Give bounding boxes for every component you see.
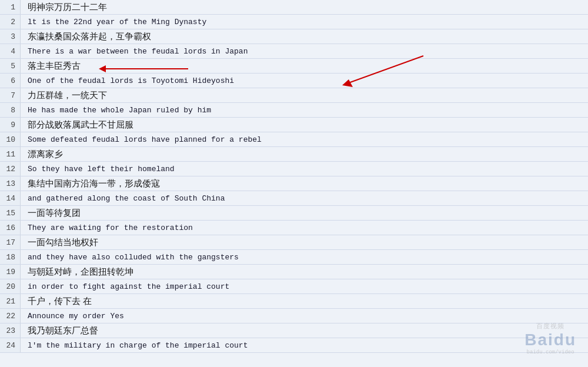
table-row: 11漂离家乡 [0, 147, 588, 162]
line-number: 11 [0, 147, 21, 161]
line-text: lt is the 22nd year of the Ming Dynasty [21, 16, 588, 28]
table-row: 17一面勾结当地权奸 [0, 235, 588, 250]
line-text: One of the feudal lords is Toyotomi Hide… [21, 75, 588, 86]
line-text: 与朝廷对峙，企图扭转乾坤 [21, 265, 588, 279]
line-number: 20 [0, 279, 21, 293]
table-row: 14and gathered along the coast of South … [0, 191, 588, 206]
line-text: There is a war between the feudal lords … [21, 46, 588, 57]
line-number: 2 [0, 15, 21, 29]
line-text: So they have left their homeland [21, 164, 588, 175]
table-row: 8He has made the whole Japan ruled by hi… [0, 103, 588, 118]
line-number: 9 [0, 118, 21, 132]
line-text: 部分战败落属武士不甘屈服 [21, 118, 588, 132]
line-number: 3 [0, 29, 21, 44]
line-text: 东瀛扶桑国众落并起，互争霸权 [21, 30, 588, 44]
line-text: 明神宗万历二十二年 [21, 1, 588, 14]
subtitle-lines: 1明神宗万历二十二年2lt is the 22nd year of the Mi… [0, 0, 588, 353]
line-number: 5 [0, 59, 21, 73]
table-row: 19与朝廷对峙，企图扭转乾坤 [0, 265, 588, 279]
line-text: 我乃朝廷东厂总督 [21, 324, 588, 338]
line-text: 落主丰臣秀古 [21, 59, 588, 73]
main-container: 1明神宗万历二十二年2lt is the 22nd year of the Mi… [0, 0, 588, 367]
table-row: 23我乃朝廷东厂总督 [0, 323, 588, 338]
line-number: 24 [0, 338, 21, 352]
table-row: 24l'm the military in charge of the impe… [0, 338, 588, 353]
table-row: 18and they have also colluded with the g… [0, 250, 588, 265]
line-text: and gathered along the coast of South Ch… [21, 193, 588, 204]
table-row: 12So they have left their homeland [0, 162, 588, 176]
table-row: 21千户，传下去 在 [0, 294, 588, 309]
line-text: He has made the whole Japan ruled by him [21, 105, 588, 116]
table-row: 1明神宗万历二十二年 [0, 0, 588, 15]
watermark-logo: Baidu [524, 331, 576, 349]
watermark-top: 百度视频 [536, 322, 564, 331]
line-text: 集结中国南方沿海一带，形成倭寇 [21, 177, 588, 191]
line-text: in order to fight against the imperial c… [21, 281, 588, 292]
line-text: Some defeated feudal lords have planned … [21, 134, 588, 145]
table-row: 20in order to fight against the imperial… [0, 279, 588, 294]
watermark-bottom: baidu.com/video [527, 349, 574, 355]
line-number: 21 [0, 294, 21, 308]
line-number: 4 [0, 44, 21, 58]
table-row: 15一面等待复团 [0, 206, 588, 221]
line-text: They are waiting for the restoration [21, 222, 588, 233]
line-number: 17 [0, 235, 21, 249]
line-text: 力压群雄，一统天下 [21, 89, 588, 102]
table-row: 7力压群雄，一统天下 [0, 88, 588, 103]
table-row: 6One of the feudal lords is Toyotomi Hid… [0, 74, 588, 88]
line-text: and they have also colluded with the gan… [21, 252, 588, 263]
table-row: 2lt is the 22nd year of the Ming Dynasty [0, 15, 588, 29]
line-number: 10 [0, 132, 21, 146]
line-number: 19 [0, 265, 21, 279]
line-text: 一面勾结当地权奸 [21, 236, 588, 249]
line-number: 8 [0, 103, 21, 117]
line-number: 1 [0, 0, 21, 14]
line-number: 18 [0, 250, 21, 264]
table-row: 3东瀛扶桑国众落并起，互争霸权 [0, 29, 588, 44]
table-row: 22Announce my order Yes [0, 309, 588, 323]
line-number: 14 [0, 191, 21, 205]
table-row: 4There is a war between the feudal lords… [0, 44, 588, 59]
line-number: 22 [0, 309, 21, 323]
line-number: 6 [0, 74, 21, 88]
table-row: 13集结中国南方沿海一带，形成倭寇 [0, 176, 588, 191]
table-row: 16They are waiting for the restoration [0, 221, 588, 235]
line-text: 一面等待复团 [21, 206, 588, 220]
line-number: 7 [0, 88, 21, 102]
table-row: 5落主丰臣秀古 [0, 59, 588, 74]
watermark: 百度视频 Baidu baidu.com/video [524, 322, 576, 355]
line-number: 16 [0, 221, 21, 235]
line-text: 漂离家乡 [21, 148, 588, 161]
line-number: 15 [0, 206, 21, 220]
line-number: 23 [0, 323, 21, 338]
table-row: 10Some defeated feudal lords have planne… [0, 132, 588, 147]
table-row: 9部分战败落属武士不甘屈服 [0, 118, 588, 132]
line-number: 12 [0, 162, 21, 176]
line-text: 千户，传下去 在 [21, 295, 588, 308]
line-text: l'm the military in charge of the imperi… [21, 340, 588, 351]
line-text: Announce my order Yes [21, 311, 588, 322]
line-number: 13 [0, 176, 21, 191]
